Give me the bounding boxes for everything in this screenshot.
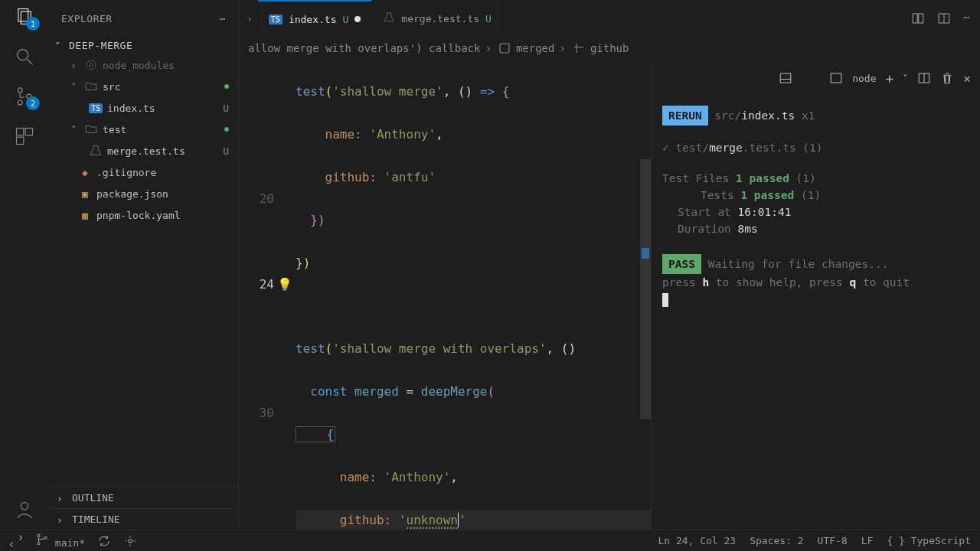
outline-label: OUTLINE [72, 492, 114, 504]
indent-indicator[interactable]: Spaces: 2 [750, 535, 803, 546]
extensions-icon[interactable] [14, 126, 35, 147]
chevron-down-icon[interactable]: ˅ [903, 73, 908, 84]
more-icon[interactable]: ⋯ [963, 11, 969, 25]
split-terminal-icon[interactable] [917, 71, 931, 85]
account-icon[interactable] [14, 499, 35, 520]
test-file-icon [383, 11, 395, 26]
explorer-more-icon[interactable]: ⋯ [220, 13, 226, 24]
close-icon[interactable]: ✕ [963, 71, 971, 86]
line-gutter: 20 24 30 [239, 60, 285, 424]
tab-git-status: U [343, 14, 349, 25]
ts-file-icon: TS [269, 15, 283, 24]
encoding-indicator[interactable]: UTF-8 [818, 535, 848, 546]
modified-dot [224, 84, 229, 89]
scm-badge: 2 [26, 96, 40, 110]
code-editor[interactable]: 20 24 30 💡 test('shallow merge', () => {… [239, 60, 651, 530]
split-editor-icon[interactable] [937, 11, 951, 25]
terminal-type-icon[interactable] [829, 71, 843, 85]
compare-icon[interactable] [911, 11, 925, 25]
braces-icon: { } [887, 535, 904, 546]
chevron-right-icon: › [67, 60, 80, 71]
language-indicator[interactable]: { } TypeScript [887, 535, 971, 546]
live-share-icon[interactable] [123, 534, 137, 548]
trash-icon[interactable] [940, 71, 954, 85]
breadcrumb[interactable]: allow merge with overlaps') callback › m… [239, 37, 980, 60]
lightbulb-icon[interactable]: 💡 [277, 274, 292, 295]
branch-name: main* [55, 537, 85, 549]
tree-label: package.json [96, 188, 168, 200]
tree-merge-test[interactable]: merge.test.ts U [49, 140, 238, 161]
tab-actions: ⋯ [911, 11, 980, 25]
eol-indicator[interactable]: LF [861, 535, 874, 546]
folder-icon [84, 122, 98, 136]
editor-region: › TS index.ts U merge.test.ts U ⋯ allo [239, 0, 980, 530]
ts-file-icon: TS [89, 103, 103, 113]
duration-label: Duration [662, 223, 738, 235]
tree-label: .gitignore [96, 167, 156, 178]
status-bar: main* Ln 24, Col 23 Spaces: 2 UTF-8 LF {… [0, 530, 980, 551]
svg-point-12 [90, 64, 93, 67]
cursor-position[interactable]: Ln 24, Col 23 [658, 535, 736, 546]
chevron-right-icon: › [57, 493, 67, 504]
file-tree: › node_modules ˅ src TS index.ts U [49, 54, 238, 487]
terminal-type-label: node [852, 73, 876, 84]
tree-package-json[interactable]: ▣ package.json [49, 183, 238, 204]
chevron-down-icon: ˅ [67, 81, 80, 93]
folder-icon [84, 80, 98, 93]
tests-label: Tests [662, 189, 740, 201]
terminal-panel: node + ˅ ✕ RERUN src/index.ts x1 ✓ test/… [651, 60, 980, 530]
tab-label: index.ts [289, 14, 337, 25]
svg-point-25 [44, 536, 47, 539]
variable-icon [498, 41, 511, 55]
explorer-title-row: EXPLORER ⋯ [49, 0, 238, 37]
breadcrumb-seg: github [572, 41, 629, 55]
svg-rect-17 [500, 44, 509, 53]
branch-indicator[interactable]: main* [35, 533, 85, 549]
svg-point-11 [87, 60, 96, 70]
source-control-icon[interactable]: 2 [14, 86, 35, 107]
project-name: DEEP-MERGE [69, 40, 132, 51]
search-icon[interactable] [14, 46, 35, 67]
editor-tabs: › TS index.ts U merge.test.ts U ⋯ [239, 0, 980, 37]
files-icon[interactable]: 1 [14, 6, 35, 28]
chevron-down-icon: ˅ [55, 41, 66, 51]
tree-label: node_modules [103, 60, 175, 71]
json-icon: ▣ [78, 188, 92, 200]
svg-rect-13 [913, 14, 917, 23]
breadcrumb-seg: allow merge with overlaps') callback [248, 42, 480, 54]
tab-merge-test[interactable]: merge.test.ts U [372, 0, 503, 37]
project-header[interactable]: ˅ DEEP-MERGE [49, 37, 238, 54]
panel-icon[interactable] [779, 71, 792, 85]
svg-point-2 [18, 50, 28, 60]
svg-line-3 [28, 60, 33, 65]
chevron-down-icon: ˅ [67, 124, 80, 135]
tree-gitignore[interactable]: ◆ .gitignore [49, 161, 238, 183]
rerun-badge: RERUN [662, 106, 708, 126]
tree-pnpm-lock[interactable]: ▦ pnpm-lock.yaml [49, 204, 238, 226]
svg-rect-9 [17, 137, 24, 144]
tree-node-modules[interactable]: › node_modules [49, 54, 238, 76]
tree-test[interactable]: ˅ test [49, 119, 238, 140]
svg-point-26 [129, 539, 132, 543]
test-file-icon [89, 144, 103, 158]
add-terminal-icon[interactable]: + [886, 70, 894, 86]
tab-index-ts[interactable]: TS index.ts U [258, 0, 373, 37]
outline-section[interactable]: › OUTLINE [49, 487, 238, 508]
timeline-section[interactable]: › TIMELINE [49, 508, 238, 530]
tree-label: src [103, 81, 120, 93]
test-files-label: Test Files [662, 172, 736, 184]
tab-breadcrumb-overflow[interactable]: › [242, 0, 258, 37]
terminal-header: node + ˅ ✕ [652, 60, 980, 96]
remote-icon[interactable] [9, 534, 23, 548]
gitignore-icon: ◆ [78, 167, 92, 178]
tree-index-ts[interactable]: TS index.ts U [49, 97, 238, 119]
tree-src[interactable]: ˅ src [49, 76, 238, 97]
svg-rect-8 [25, 129, 32, 135]
terminal-output[interactable]: RERUN src/index.ts x1 ✓ test/merge.test.… [652, 96, 980, 530]
check-icon: ✓ [662, 142, 669, 154]
svg-point-24 [38, 543, 40, 545]
svg-rect-7 [17, 129, 24, 135]
sync-icon[interactable] [97, 534, 111, 548]
branch-icon [35, 533, 49, 546]
svg-point-5 [18, 100, 22, 105]
